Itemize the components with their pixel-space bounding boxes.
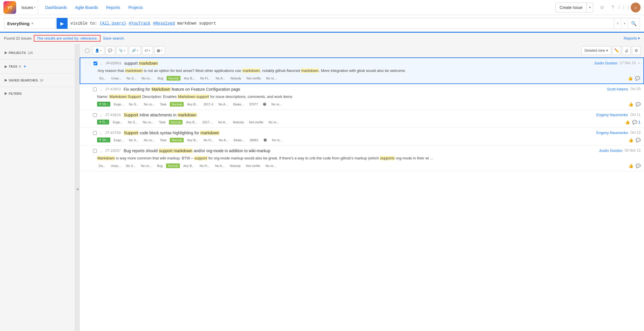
issue-checkbox[interactable] bbox=[93, 88, 97, 91]
issue-author[interactable]: Justin Gordon bbox=[595, 148, 622, 153]
search-go-button[interactable]: ▶ bbox=[57, 18, 68, 29]
like-btn[interactable]: 👍 bbox=[628, 76, 633, 81]
nav-reports[interactable]: Reports bbox=[102, 5, 124, 10]
select-all-checkbox[interactable] bbox=[85, 49, 89, 53]
issue-title: Support code block syntax highlighting f… bbox=[124, 131, 593, 135]
view-mode-selector[interactable]: Detailed view ▾ bbox=[581, 46, 611, 55]
nav-icons: ⊙ ? ⋮⋮⋮ U bbox=[598, 3, 641, 12]
issue-id: JT-22911 bbox=[106, 61, 121, 65]
issue-id: JT-43769 bbox=[105, 131, 121, 135]
comment-btn[interactable]: 💬 bbox=[635, 76, 640, 81]
sidebar-saved-searches-header[interactable]: ▶ SAVED SEARCHES 18 bbox=[5, 77, 70, 83]
star-button[interactable]: ☆ bbox=[99, 149, 103, 154]
top-nav: YT Issues ▾ Dashboards Agile Boards Repo… bbox=[0, 0, 644, 15]
reports-link[interactable]: Reports ▾ bbox=[624, 36, 640, 40]
issue-id: JT-43953 bbox=[105, 87, 121, 91]
like-btn[interactable]: 👍 bbox=[628, 102, 633, 107]
add-tag-button[interactable]: + bbox=[24, 64, 26, 69]
sidebar: ▶ PROJECTS 128 ▶ TAGS 9 + ▶ SAVED SEARCH… bbox=[0, 44, 75, 331]
issue-row: ⋮⋮ ☆ JT-43953 Fix wording for Markdown f… bbox=[80, 84, 644, 110]
tag-icon: 🏷 bbox=[145, 49, 148, 53]
search-options-dropdown[interactable]: ▾ bbox=[621, 18, 628, 29]
like-btn[interactable]: 👍 bbox=[625, 120, 630, 124]
project-selector[interactable]: Everything ▾ bbox=[4, 18, 56, 29]
save-search-link[interactable]: Save search. bbox=[103, 36, 125, 40]
search-submit-button[interactable]: 🔍 bbox=[628, 18, 640, 29]
priority-badge: Normal bbox=[166, 163, 180, 168]
project-dropdown-arrow: ▾ bbox=[31, 22, 33, 25]
issue-meta: Du... Unas... No S... No co... Bug Norma… bbox=[98, 76, 640, 81]
apps-icon[interactable]: ⋮⋮⋮ bbox=[620, 3, 628, 12]
like-btn[interactable]: 👍 bbox=[628, 163, 633, 168]
attach-icon: 📎 bbox=[119, 49, 123, 53]
issue-body: Any reason that markdown is not an optio… bbox=[98, 68, 640, 74]
print-btn[interactable]: 🖨 bbox=[622, 46, 631, 55]
issues-list: ⋮⋮ ☆ JT-22911 support markdown Justin Go… bbox=[80, 57, 644, 331]
issue-row: ⋮⋮ ☆ JT-22911 support markdown Justin Go… bbox=[80, 57, 644, 84]
link-filter-btn[interactable]: 🔗 ▾ bbox=[129, 46, 141, 55]
issue-checkbox[interactable] bbox=[93, 113, 97, 117]
nav-issues[interactable]: Issues ▾ bbox=[19, 0, 38, 15]
create-issue-dropdown[interactable]: ▾ bbox=[587, 3, 593, 12]
create-issue-button[interactable]: Create Issue ▾ bbox=[555, 3, 593, 12]
settings-btn[interactable]: ⚙ bbox=[632, 46, 641, 55]
comment-filter-btn[interactable]: 💬 bbox=[105, 46, 115, 55]
main-layout: ▶ PROJECTS 128 ▶ TAGS 9 + ▶ SAVED SEARCH… bbox=[0, 44, 644, 331]
help-icon[interactable]: ? bbox=[609, 3, 617, 12]
issue-expand-btn[interactable]: ▾ bbox=[638, 61, 640, 65]
comment-btn[interactable]: 💬 bbox=[636, 138, 641, 142]
issue-author[interactable]: Justin Gordon bbox=[591, 61, 617, 65]
issue-title: Bug reports should support markdown and/… bbox=[124, 148, 595, 153]
issue-date: 17 Dec 13 bbox=[620, 61, 636, 65]
user-avatar[interactable]: U bbox=[631, 3, 641, 12]
sidebar-collapse-button[interactable]: ◀ bbox=[75, 44, 80, 331]
star-button[interactable]: ☆ bbox=[99, 131, 103, 136]
issue-author[interactable]: Evgeny Naumenko bbox=[593, 131, 628, 135]
field-filter-btn[interactable]: ▦ ▾ bbox=[154, 46, 165, 55]
issue-title: support markdown bbox=[124, 61, 591, 66]
field-icon: ▦ bbox=[157, 49, 160, 53]
issue-date: 05 Nov 13 bbox=[625, 148, 641, 153]
issue-date: Oct 20 bbox=[630, 87, 641, 91]
star-button[interactable]: ☆ bbox=[99, 113, 103, 118]
sidebar-projects-header[interactable]: ▶ PROJECTS 128 bbox=[5, 50, 70, 56]
nav-agile-boards[interactable]: Agile Boards bbox=[71, 5, 102, 10]
comment-btn[interactable]: 💬 bbox=[636, 163, 641, 168]
issue-author[interactable]: Evgeny Naumenko bbox=[593, 113, 628, 117]
link-icon: 🔗 bbox=[132, 49, 136, 53]
priority-badge: Normal bbox=[170, 138, 183, 142]
person-icon: 👤 bbox=[95, 49, 99, 53]
star-button[interactable]: ☆ bbox=[99, 88, 103, 93]
issue-checkbox[interactable] bbox=[93, 149, 97, 153]
priority-badge: Normal bbox=[169, 120, 183, 124]
comment-btn[interactable]: 💬 1 bbox=[632, 120, 641, 124]
results-bar: Found 22 issues The results are sorted b… bbox=[0, 33, 644, 44]
search-clear-button[interactable]: × bbox=[614, 18, 621, 29]
drag-handle: ⋮⋮ bbox=[84, 62, 92, 66]
issue-checkbox[interactable] bbox=[93, 131, 97, 135]
priority-badge: Normal bbox=[167, 76, 180, 81]
search-query-input[interactable]: visible to: {All Users} #YouTrack #Resol… bbox=[68, 18, 614, 29]
attach-filter-btn[interactable]: 📎 ▾ bbox=[116, 46, 128, 55]
notifications-icon[interactable]: ⊙ bbox=[598, 3, 606, 12]
nav-projects[interactable]: Projects bbox=[124, 5, 147, 10]
like-btn[interactable]: 👍 bbox=[628, 138, 633, 142]
nav-dashboards[interactable]: Dashboards bbox=[41, 5, 71, 10]
star-button[interactable]: ☆ bbox=[100, 62, 103, 67]
issue-author[interactable]: Scott Adams bbox=[604, 87, 628, 91]
svg-text:U: U bbox=[634, 6, 637, 10]
issue-meta: ✦ Fi... Evge... No S... No co... Task No… bbox=[97, 120, 641, 124]
tag-filter-btn[interactable]: 🏷 ▾ bbox=[142, 46, 153, 55]
sort-indicator[interactable]: The results are sorted by: relevance. bbox=[34, 35, 100, 42]
comment-btn[interactable]: 💬 bbox=[636, 102, 641, 107]
assignee-filter-btn[interactable]: 👤 ▾ bbox=[92, 46, 104, 55]
issue-id: JT-43818 bbox=[105, 113, 121, 117]
issue-title: Support inline attachments in markdown bbox=[124, 113, 593, 117]
edit-btn[interactable]: ✏️ bbox=[612, 46, 621, 55]
sidebar-projects-arrow: ▶ bbox=[5, 51, 7, 55]
sidebar-filters-header[interactable]: ▶ FILTERS bbox=[5, 90, 70, 96]
sidebar-tags-header[interactable]: ▶ TAGS 9 + bbox=[5, 63, 70, 70]
issue-checkbox[interactable] bbox=[94, 62, 97, 65]
issue-row: ⋮⋮ ☆ JT-18567 Bug reports should support… bbox=[80, 146, 644, 171]
svg-text:YT: YT bbox=[8, 5, 12, 10]
